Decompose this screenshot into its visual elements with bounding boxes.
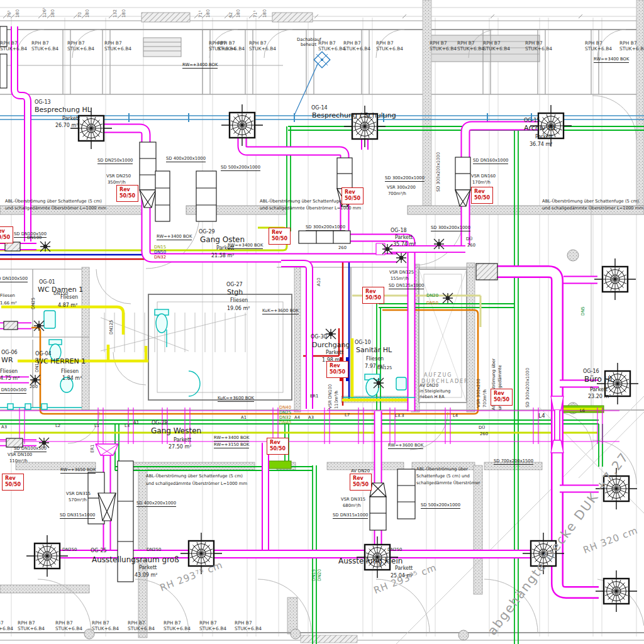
wall-plate: RPH B7STUK+6.B4	[18, 620, 45, 632]
room-finish: Parkett	[62, 116, 80, 121]
room-finish: Fliesen	[230, 297, 248, 303]
dim-label: 71⁵	[199, 11, 204, 18]
room-name: Archiv HL	[524, 125, 557, 133]
revision-box: Rev50/50	[0, 226, 13, 243]
plate-type: RPH B7	[199, 620, 226, 626]
wall-plate: RPH B7STUK+6.B4	[0, 620, 13, 632]
pipe-label-vertical: DN5	[581, 306, 586, 316]
junction-mark: L7	[345, 413, 350, 418]
plate-spec: STUK+6.B4	[318, 46, 345, 52]
junction-mark: L1	[94, 424, 99, 429]
rev-word: Rev	[474, 189, 490, 195]
wall-plate: RPH B7STUK+6.B4	[104, 40, 131, 52]
level-label: RW=+3400 BOK	[157, 235, 192, 240]
plate-type: RPH B7	[318, 40, 345, 46]
room-area: 1.66 m²	[0, 301, 17, 306]
revision-box: Rev50/50	[267, 438, 289, 455]
plate-spec: STUK+6.B4	[585, 46, 612, 52]
duct-label: SD DN315x1000	[333, 513, 368, 519]
room-finish: Parkett	[590, 387, 608, 392]
level-label: RW=+3150 BOK	[214, 443, 249, 448]
plate-type: RPH B7	[525, 40, 552, 46]
rev-number: 50/50	[474, 195, 490, 201]
plate-type: RPH B7	[249, 40, 276, 46]
plate-type: RPH B7	[483, 40, 510, 46]
duct-label: SD DN125x1000	[389, 284, 424, 289]
room-finish: Parkett	[216, 245, 234, 251]
junction-mark: L3	[125, 424, 130, 429]
plate-spec: STUK+6.B4	[31, 46, 58, 52]
rev-word: Rev	[330, 363, 345, 369]
duct-label: SD 500x200x1000	[421, 503, 460, 509]
wall-plate: RPH B7STUK+6.B4	[483, 40, 510, 52]
wall-plate: RPH B7STUK+6.B4	[525, 40, 552, 52]
wall-plate: RPH B7STUK+6.B4	[128, 620, 155, 632]
revision-box: Rev50/50	[341, 187, 364, 204]
junction-mark: A4	[294, 416, 300, 421]
roof-drain-note: beheizt	[301, 43, 316, 48]
hvac-floor-plan: 76⁵ 180 126⁵ 180 70 180 132 180 71⁵ 180 …	[0, 0, 644, 644]
level-label: RW=+3600 BOK	[388, 443, 423, 449]
duct-label: VSR DN250	[106, 174, 131, 179]
plate-type: RPH B7	[0, 620, 13, 626]
dim-label: 180	[263, 9, 268, 18]
roof-drain-symbol	[314, 52, 330, 67]
duct-label: SD 400x200x1000	[166, 157, 206, 162]
room-name: WR	[1, 357, 13, 365]
room-finish: Fliesen	[61, 369, 79, 374]
duct-label: VSR DN100	[8, 453, 32, 458]
room-name: Ausstellungsraum groß	[92, 556, 179, 565]
room-id: OG-04	[35, 351, 52, 357]
duct-label: SD DN100x500	[0, 277, 28, 282]
wall-plate: RPH B7STUK+6.B4	[92, 620, 119, 632]
junction-mark-vertical: A10	[317, 278, 322, 286]
duct-label: VSR DN160	[471, 174, 496, 179]
rev-word: Rev	[345, 189, 360, 196]
pipe-label-vertical: DN100	[35, 358, 40, 372]
plate-spec: STUK+6.B4	[525, 46, 552, 52]
pipe-label-vertical: DN125	[109, 320, 114, 335]
junction-mark-vertical: ER1	[91, 445, 96, 453]
duct-label-vertical: VSR DN100	[328, 384, 333, 409]
junction-mark: ER1	[310, 394, 318, 399]
plate-spec: STUK+6.B4	[430, 46, 457, 52]
dim-label: 70	[78, 12, 83, 18]
rev-word: Rev	[365, 289, 381, 295]
pipe-label: DN250	[62, 548, 77, 553]
rev-number: 50/50	[330, 369, 345, 375]
rev-number: 50/50	[365, 295, 381, 301]
opening-mark: DÜ	[479, 426, 485, 431]
plate-type: RPH B7	[218, 40, 245, 46]
room-id: OG-25	[91, 548, 107, 553]
duct-label: SD 300x200x1000	[306, 225, 345, 231]
pipe-label: DN20	[426, 294, 438, 299]
lime-marker	[269, 461, 291, 469]
duct-label: SD 500x200x1000	[221, 165, 260, 171]
revision-box: Rev50/50	[116, 185, 138, 202]
abl-note: schallgedämmte Überströmer	[416, 481, 480, 486]
junction-mark: A3	[1, 425, 7, 430]
wall-plate: RPH B7STUK+6.B4	[318, 40, 345, 52]
level-label: KuK=+3600 BOK	[218, 396, 254, 402]
room-id: OG-18	[391, 228, 407, 233]
flow-label: 570m³/h	[69, 498, 87, 503]
junction-mark: A1	[241, 416, 247, 421]
pipe-label: DN250	[147, 548, 161, 553]
duct-label: SD DN160x1000	[473, 158, 508, 164]
duct-label: SD DN250x1000	[97, 158, 133, 164]
revision-box: Rev50/50	[2, 474, 24, 491]
room-finish: Parkett	[174, 437, 191, 443]
plate-spec: STUK+6.B4	[457, 46, 484, 52]
abl-note: ABL-Überströmung über Schattenfuge (5 cm…	[542, 199, 639, 204]
duct-label: SD DN100x500	[0, 388, 26, 394]
plate-type: RPH B7	[376, 40, 403, 46]
duct-label: SD 300x200x1000	[385, 176, 425, 182]
plate-type: RPH B7	[104, 40, 131, 46]
room-name: Stgh	[227, 289, 243, 297]
wall-plate: RPH B7STUK+6.B4	[376, 40, 403, 52]
room-name: Ausstellung klein	[338, 557, 402, 566]
wall-plate: RPH B7STUK+6.B4	[67, 40, 94, 52]
wall-plate: RPH B7STUK+6.B4	[585, 40, 612, 52]
duct-label: SD DN315x1000	[60, 513, 95, 519]
rev-number: 50/50	[0, 235, 10, 241]
